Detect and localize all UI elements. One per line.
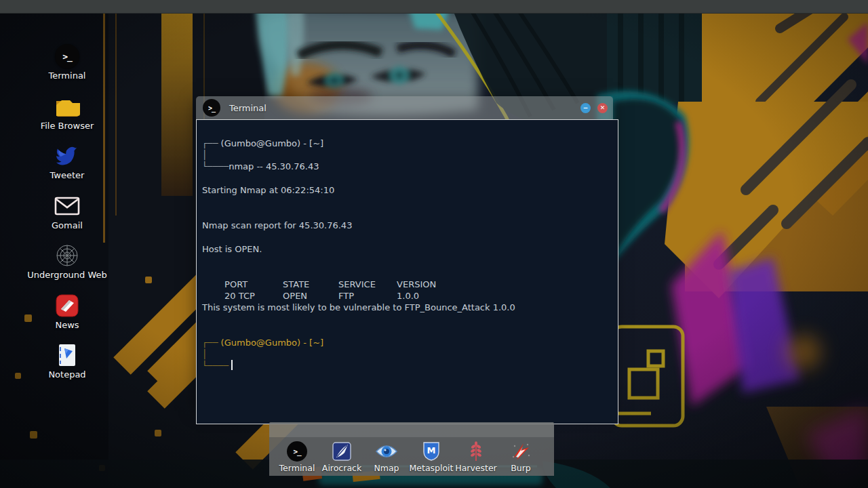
envelope-icon (20, 193, 115, 219)
eye-icon (375, 441, 398, 462)
top-panel (0, 0, 868, 14)
command-line: └────nmap -- 45.30.76.43 (202, 161, 618, 172)
dock-item-terminal[interactable]: >_ Terminal (275, 437, 319, 476)
feather-shield-icon (332, 441, 351, 462)
news-icon (20, 293, 115, 319)
desktop-icon-underground-web[interactable]: Underground Web (20, 243, 115, 280)
prompt-line: ┌── (Gumbo@Gumbo) - [~] (202, 138, 618, 149)
shield-m-icon: M (422, 441, 441, 462)
dock-item-metasploit[interactable]: M Metasploit (409, 437, 454, 476)
folder-icon (20, 94, 115, 119)
svg-text:M: M (427, 445, 436, 455)
desktop-icon-tweeter[interactable]: Tweeter (20, 143, 115, 180)
desktop-icon-file-browser[interactable]: File Browser (20, 94, 115, 131)
terminal-icon: >_ (20, 43, 115, 69)
window-title: Terminal (229, 103, 267, 113)
dock-item-burp[interactable]: Burp (498, 437, 543, 476)
prompt-line: ┌── (Gumbo@Gumbo) - [~] (202, 337, 618, 348)
desktop-icon-label: File Browser (20, 121, 115, 131)
window-titlebar[interactable]: >_ Terminal − ✕ (196, 96, 613, 119)
terminal-icon: >_ (203, 99, 220, 117)
output-line: Nmap scan report for 45.30.76.43 (202, 220, 618, 231)
dock-item-label: Airocrack (322, 463, 361, 473)
flame-bolt-icon (511, 441, 531, 462)
desktop-icon-label: Notepad (20, 369, 115, 380)
dock-item-nmap[interactable]: Nmap (364, 437, 409, 476)
dock-item-label: Nmap (374, 463, 399, 473)
output-line: Host is OPEN. (202, 243, 618, 255)
dock-item-label: Burp (511, 463, 531, 473)
desktop-icon-label: News (20, 320, 115, 330)
text-cursor (231, 360, 233, 370)
prompt-line: │ (202, 348, 618, 360)
dock-item-airocrack[interactable]: Airocrack (319, 437, 364, 476)
wheat-icon (469, 441, 483, 462)
terminal-window: >_ Terminal − ✕ ┌── (Gumbo@Gumbo) - [~] … (196, 96, 613, 407)
desktop-icon-label: Terminal (20, 70, 115, 81)
dock-item-label: Terminal (279, 463, 315, 473)
desktop-icon-label: Underground Web (20, 270, 115, 280)
terminal-icon: >_ (287, 441, 307, 462)
prompt-line-active: └──── (202, 360, 618, 371)
output-line: Starting Nmap at 06:22:54:10 (202, 184, 618, 196)
terminal-output-area[interactable]: ┌── (Gumbo@Gumbo) - [~] │ └────nmap -- 4… (196, 119, 618, 424)
dock-item-label: Harvester (455, 463, 497, 473)
dock-shelf (269, 422, 554, 437)
minimize-button[interactable]: − (580, 103, 591, 113)
scan-table-header: PORTSTATESERVICEVERSION (202, 267, 618, 279)
desktop-icon-gomail[interactable]: Gomail (20, 193, 115, 230)
desktop-icon-notepad[interactable]: Notepad (20, 342, 115, 380)
dock-item-harvester[interactable]: Harvester (454, 437, 498, 476)
desktop-icon-label: Gomail (20, 220, 115, 230)
bird-icon (20, 143, 115, 169)
desktop-icon-news[interactable]: News (20, 293, 115, 330)
desktop-icon-terminal[interactable]: >_ Terminal (20, 43, 115, 81)
dock-item-label: Metasploit (410, 463, 454, 473)
notepad-icon (20, 342, 115, 368)
desktop-screen: >_ Terminal File Browser Tweeter (0, 0, 868, 488)
vulnerability-line: This system is most likely to be vulnera… (202, 302, 618, 313)
web-emblem-icon (20, 243, 115, 268)
desktop-icon-label: Tweeter (20, 170, 115, 180)
prompt-line: │ (202, 149, 618, 161)
close-button[interactable]: ✕ (597, 103, 608, 113)
dock: >_ Terminal Airocrack (269, 437, 554, 476)
